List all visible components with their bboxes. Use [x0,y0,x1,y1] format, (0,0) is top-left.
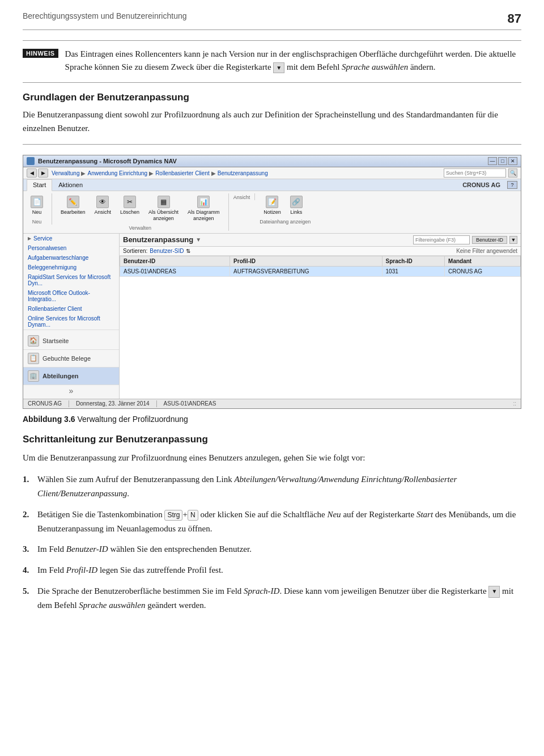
step-number: 1. [23,472,33,487]
notes-icon: 📝 [266,196,278,208]
ribbon-btn-ansicht[interactable]: 👁 Ansicht [91,193,116,218]
dropdown-icon-2[interactable]: ▼ [488,586,500,598]
page-header-title: Berechtigungssystem und Benutzereinricht… [23,11,187,20]
sidebar-item-rollenbas-label: Rollenbasierter Client [28,306,82,312]
breadcrumb-item-anwendung[interactable]: Anwendung Einrichtung [87,170,147,176]
ribbon-btn-neu[interactable]: 📄 Neu [27,193,47,218]
filter-expand-button[interactable]: ▼ [509,236,517,244]
kbd-strg: Strg [164,510,182,521]
breadcrumb-item-benutzer[interactable]: Benutzeranpassung [218,170,268,176]
status-user: ASUS-01\ANDREAS [164,400,216,407]
close-button[interactable]: ✕ [508,157,517,165]
table-row[interactable]: ASUS-01\ANDREAS AUFTRAGSVERARBEITUNG 103… [120,266,521,276]
tab-start[interactable]: Start [27,179,52,191]
search-input[interactable] [444,168,506,178]
data-table: Benutzer-ID Profil-ID Sprach-ID Mandant … [120,256,521,277]
forward-button[interactable]: ▶ [38,168,48,178]
tab-aktionen[interactable]: Aktionen [52,179,89,191]
nav-search: 🔍 [444,168,517,178]
back-button[interactable]: ◀ [27,168,37,178]
sidebar-item-rapidstart[interactable]: RapidStart Services for Microsoft Dyn... [23,272,119,288]
ribbon-group-dateianhang: 📝 Notizen 🔗 Links Dateianhang anzeigen [260,193,315,225]
col-mandant[interactable]: Mandant [445,256,521,266]
sidebar-nav-items: ▶ Service Personalwesen Aufgabenwartesch… [23,234,119,330]
steps-list: 1. Wählen Sie zum Aufruf der Benutzeranp… [23,472,521,612]
ribbon-group-ansicht-label: Ansicht [233,195,250,200]
col-benutzerid[interactable]: Benutzer-ID [120,256,230,266]
sidebar-expand-button[interactable]: » [23,385,119,396]
company-label: CRONUS AG [458,179,505,191]
nav-arrows[interactable]: ◀ ▶ [27,168,48,178]
breadcrumb: Verwaltung ▶ Anwendung Einrichtung ▶ Rol… [52,170,268,176]
sidebar-item-aufgaben[interactable]: Aufgabenwarteschlange [23,253,119,263]
ribbon-btn-uebersicht[interactable]: ▦ Als Übersichtanzeigen [144,193,182,224]
sidebar-item-beleg[interactable]: Beleggenehmigung [23,263,119,272]
sidebar-item-outlook[interactable]: Microsoft Office Outlook-Integratio... [23,288,119,304]
status-company: CRONUS AG [28,400,62,407]
list-item: 1. Wählen Sie zum Aufruf der Benutzeranp… [23,472,521,501]
resize-handle[interactable]: :: [513,400,516,407]
sidebar-nav-abteilungen[interactable]: 🏢 Abteilungen [23,368,119,385]
sidebar-item-personalwesen[interactable]: Personalwesen [23,243,119,253]
window-titlebar: Benutzeranpassung - Microsoft Dynamics N… [23,155,521,167]
filter-area: Benutzer-ID ▼ [413,235,517,244]
ribbon-btn-loeschen[interactable]: ✂ Löschen [116,193,143,218]
ribbon-btn-diagramm[interactable]: 📊 Als Diagrammanzeigen [184,193,224,224]
sidebar-item-service-label: Service [33,235,52,242]
ribbon-tabs: Start Aktionen CRONUS AG ? [23,179,521,191]
col-profilid[interactable]: Profil-ID [230,256,382,266]
home-icon: 🏠 [28,335,39,347]
sort-icon[interactable]: ⇅ [186,248,190,254]
sort-value[interactable]: Benutzer-SID [150,248,184,254]
schrittanleitung-heading: Schrittanleitung zur Benutzeranpassung [23,434,521,445]
ribbon-btn-loeschen-label: Löschen [120,209,139,216]
cell-sprachid: 1031 [382,266,444,276]
restore-button[interactable]: □ [498,157,507,165]
status-date: Donnerstag, 23. Jänner 2014 [76,400,150,407]
content-panel: Benutzeranpassung ▼ Benutzer-ID ▼ Sortie… [120,234,521,399]
status-sep-1 [69,400,69,407]
grundlagen-body: Die Benutzeranpassung dient sowohl zur P… [23,108,521,135]
kbd-n: N [188,510,198,521]
col-sprachid[interactable]: Sprach-ID [382,256,444,266]
ribbon-btn-links[interactable]: 🔗 Links [286,193,307,218]
step-text: Betätigen Sie die Tastenkombination Strg… [37,508,521,536]
chart-icon: 📊 [197,196,210,208]
content-title-bar: Benutzeranpassung ▼ [123,235,201,244]
cell-benutzerid: ASUS-01\ANDREAS [120,266,230,276]
sidebar-nav-gebuchte[interactable]: 📋 Gebuchte Belege [23,350,119,368]
filter-input[interactable] [413,235,470,244]
view-icon: 👁 [96,196,109,208]
sidebar-item-beleg-label: Beleggenehmigung [28,264,76,271]
ribbon-group-verwalten-label: Verwalten [129,225,152,231]
sidebar-nav-startseite[interactable]: 🏠 Startseite [23,332,119,350]
breadcrumb-item-verwaltung[interactable]: Verwaltung [52,170,79,176]
ribbon-group-ansicht: Ansicht [233,193,256,200]
list-item: 3. Im Feld Benutzer-ID wählen Sie den en… [23,542,521,556]
filter-status: Keine Filter angewendet [456,248,517,254]
ribbon-btn-bearbeiten[interactable]: ✏️ Bearbeiten [57,193,90,218]
figure-caption: Abbildung 3.6 Verwaltung der Profilzuord… [23,415,521,424]
ribbon: Start Aktionen CRONUS AG ? 📄 Neu Neu [23,179,521,234]
search-button[interactable]: 🔍 [508,168,517,178]
content-title-dropdown[interactable]: ▼ [196,236,201,243]
sidebar-item-rollenbas[interactable]: Rollenbasierter Client [23,304,119,314]
breadcrumb-item-rollenbas[interactable]: Rollenbasierter Client [155,170,210,176]
sidebar-item-online-label: Online Services for Microsoft Dynam... [28,315,114,328]
window-app-icon [27,157,35,165]
cell-mandant: CRONUS AG [445,266,521,276]
minimize-button[interactable]: — [488,157,497,165]
documents-icon: 📋 [28,353,39,364]
ribbon-btn-notizen[interactable]: 📝 Notizen [260,193,285,218]
sidebar-item-service[interactable]: ▶ Service [23,234,119,243]
help-button[interactable]: ? [507,181,517,189]
step-text: Im Feld Profil-ID legen Sie das zutreffe… [37,563,521,577]
sidebar-item-outlook-label: Microsoft Office Outlook-Integratio... [28,290,114,302]
filter-btn-benutzerid[interactable]: Benutzer-ID [472,236,507,244]
sidebar-item-online[interactable]: Online Services for Microsoft Dynam... [23,314,119,330]
window-controls[interactable]: — □ ✕ [488,157,517,165]
step-text: Die Sprache der Benutzeroberfläche besti… [37,584,521,613]
window-title: Benutzeranpassung - Microsoft Dynamics N… [38,158,177,164]
dropdown-icon[interactable]: ▼ [273,62,284,73]
window-title-left: Benutzeranpassung - Microsoft Dynamics N… [27,157,177,165]
